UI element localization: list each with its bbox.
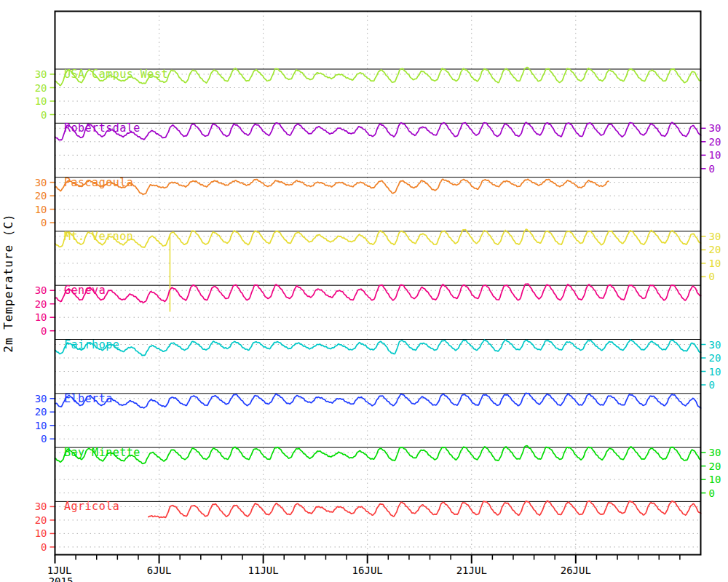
tick-label: 10 (35, 95, 47, 107)
value-axis-bay-minette: 0102030 (701, 447, 721, 499)
value-axis-mt-vernon: 0102030 (701, 231, 721, 283)
tick-label: 0 (709, 271, 715, 282)
station-label-fairhope: Fairhope (64, 338, 119, 351)
tick-label: 20 (35, 82, 47, 94)
tick-label: 10 (35, 420, 47, 431)
tick-label: 20 (35, 514, 47, 526)
series-line-elberta (55, 393, 701, 408)
time-tick-label: 26JUL (561, 565, 591, 576)
time-tick-label: 6JUL (147, 565, 172, 576)
tick-label: 30 (709, 339, 721, 351)
tick-label: 0 (41, 109, 47, 121)
tick-label: 20 (709, 136, 721, 148)
value-axis-robertsdale: 0102030 (701, 122, 721, 175)
station-label-elberta: Elberta (64, 392, 113, 405)
y-axis-title: 2m Temperature (C) (1, 213, 15, 352)
series-line-agricola (149, 501, 701, 518)
tick-label: 0 (41, 433, 47, 445)
value-axis-elberta: 0102030 (35, 393, 55, 445)
tick-label: 10 (709, 366, 721, 378)
value-axis-geneva: 0102030 (35, 284, 55, 337)
tick-label: 20 (709, 352, 721, 364)
tick-label: 0 (41, 325, 47, 337)
tick-label: 30 (35, 177, 47, 188)
tick-label: 10 (35, 527, 47, 539)
tick-label: 20 (35, 298, 47, 310)
tick-label: 20 (35, 190, 47, 202)
tick-label: 30 (35, 68, 47, 80)
value-axis-pascagoula: 0102030 (35, 177, 55, 229)
tick-label: 30 (35, 393, 47, 404)
time-tick-label: 11JUL (248, 565, 279, 576)
tick-label: 20 (709, 244, 721, 255)
station-label-pascagoula: Pascagoula (64, 176, 133, 189)
tick-label: 0 (709, 487, 715, 499)
tick-label: 20 (709, 461, 721, 472)
tick-label: 10 (35, 311, 47, 323)
station-label-mt-vernon: Mt. Vernon (64, 230, 133, 243)
time-tick-label: 1JUL (47, 565, 72, 576)
value-axis-usa-campus-west: 0102030 (35, 68, 55, 121)
tick-label: 0 (41, 217, 47, 228)
meteogram-temperature-chart: USA Campus WestRobertsdalePascagoulaMt. … (0, 0, 728, 582)
year-label: 2015 (49, 575, 74, 582)
tick-label: 0 (41, 541, 47, 553)
tick-label: 10 (709, 149, 721, 161)
grid-lines (55, 12, 701, 555)
value-axis-agricola: 0102030 (35, 501, 55, 553)
station-label-agricola: Agricola (64, 500, 119, 513)
tick-label: 0 (709, 379, 715, 391)
station-label-geneva: Geneva (64, 284, 106, 297)
series-line-geneva (55, 284, 701, 303)
plot-border (55, 12, 701, 555)
tick-label: 30 (709, 122, 721, 134)
tick-label: 10 (709, 258, 721, 269)
station-label-bay-minette: Bay Minette (64, 446, 141, 459)
series-line-robertsdale (55, 122, 701, 140)
tick-label: 10 (709, 474, 721, 485)
station-label-usa-campus-west: USA Campus West (64, 68, 168, 81)
time-tick-label: 21JUL (456, 565, 487, 576)
chart-canvas: USA Campus WestRobertsdalePascagoulaMt. … (0, 0, 728, 582)
tick-label: 20 (35, 406, 47, 418)
time-axis: 1JUL6JUL11JUL16JUL21JUL26JUL2015 (47, 555, 680, 582)
series-line-mt-vernon (55, 229, 701, 247)
series-line-fairhope (55, 340, 701, 356)
series-line-pascagoula (55, 179, 609, 194)
tick-label: 10 (35, 204, 47, 215)
tick-label: 30 (709, 447, 721, 458)
tick-label: 0 (709, 163, 715, 175)
value-axis-fairhope: 0102030 (701, 339, 721, 391)
station-label-robertsdale: Robertsdale (64, 121, 141, 135)
series-line-bay-minette (55, 446, 701, 464)
tick-label: 30 (35, 501, 47, 512)
tick-label: 30 (709, 231, 721, 242)
time-tick-label: 16JUL (352, 565, 383, 576)
tick-label: 30 (35, 284, 47, 296)
